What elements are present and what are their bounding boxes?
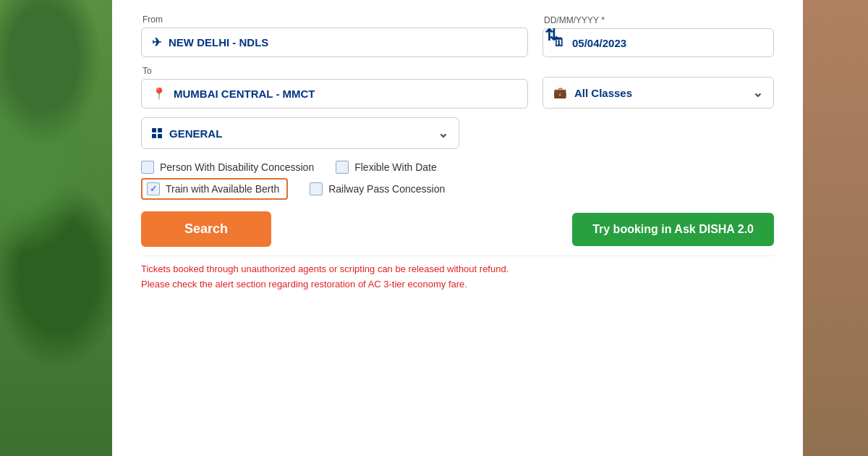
buttons-row: Search Try booking in Ask DISHA 2.0 [141, 211, 774, 247]
quota-chevron: ⌄ [438, 125, 448, 141]
quota-row: GENERAL ⌄ [141, 117, 774, 149]
from-label: From [141, 14, 528, 25]
booking-form: From ✈ NEW DELHI - NDLS DD/MM/YYYY * 🗓 0… [112, 0, 803, 456]
train-berth-wrapper: Train with Available Berth [141, 178, 288, 200]
from-value: NEW DELHI - NDLS [169, 36, 268, 48]
pwd-checkbox-item[interactable]: Person With Disability Concession [141, 161, 314, 174]
class-chevron: ⌄ [752, 85, 763, 101]
railway-checkbox[interactable] [310, 182, 323, 195]
foliage-bg [0, 0, 112, 456]
flexible-checkbox-item[interactable]: Flexible With Date [336, 161, 437, 174]
checkboxes-row: Person With Disability Concession Flexib… [141, 161, 774, 174]
to-label: To [141, 66, 528, 76]
from-date-row: From ✈ NEW DELHI - NDLS DD/MM/YYYY * 🗓 0… [141, 14, 774, 57]
date-field-group: DD/MM/YYYY * 🗓 05/04/2023 [542, 15, 774, 57]
date-value: 05/04/2023 [572, 37, 626, 49]
flexible-checkbox[interactable] [336, 161, 349, 174]
alert-section: Tickets booked through unauthorized agen… [141, 256, 774, 292]
to-field-group: To 📍 MUMBAI CENTRAL - MMCT [141, 66, 528, 109]
pwd-checkbox[interactable] [141, 161, 154, 174]
to-value: MUMBAI CENTRAL - MMCT [174, 88, 315, 100]
railway-label: Railway Pass Concession [328, 183, 445, 195]
alert-line2: Please check the alert section regarding… [141, 279, 467, 290]
quota-field-group: GENERAL ⌄ [141, 117, 459, 149]
pwd-label: Person With Disability Concession [160, 161, 314, 173]
flexible-label: Flexible With Date [354, 161, 437, 173]
from-input[interactable]: ✈ NEW DELHI - NDLS [141, 28, 528, 57]
class-field-group: 💼 All Classes ⌄ [542, 77, 774, 109]
berth-label: Train with Available Berth [166, 183, 279, 195]
from-field-group: From ✈ NEW DELHI - NDLS [141, 14, 528, 57]
quota-value: GENERAL [169, 127, 222, 140]
quota-select[interactable]: GENERAL ⌄ [141, 117, 459, 149]
berth-checkbox-item[interactable]: Train with Available Berth [147, 182, 279, 195]
railway-checkbox-item[interactable]: Railway Pass Concession [310, 182, 445, 195]
railing-bg [803, 0, 868, 456]
grid-icon [152, 128, 162, 138]
date-label: DD/MM/YYYY * [542, 15, 774, 25]
class-select[interactable]: 💼 All Classes ⌄ [542, 77, 774, 109]
destination-icon: 📍 [152, 87, 166, 101]
date-input[interactable]: 🗓 05/04/2023 [542, 28, 774, 57]
disha-button[interactable]: Try booking in Ask DISHA 2.0 [572, 213, 774, 246]
to-class-row: ⇅ To 📍 MUMBAI CENTRAL - MMCT 💼 All Class… [141, 66, 774, 109]
to-input[interactable]: 📍 MUMBAI CENTRAL - MMCT [141, 79, 528, 109]
berth-checkbox[interactable] [147, 182, 160, 195]
alert-line1: Tickets booked through unauthorized agen… [141, 263, 509, 274]
briefcase-icon: 💼 [553, 86, 567, 99]
search-button[interactable]: Search [141, 211, 271, 247]
swap-button[interactable]: ⇅ [545, 26, 558, 45]
class-value: All Classes [574, 87, 632, 99]
checkboxes-row-2: Train with Available Berth Railway Pass … [141, 178, 774, 200]
location-icon: ✈ [152, 35, 161, 49]
